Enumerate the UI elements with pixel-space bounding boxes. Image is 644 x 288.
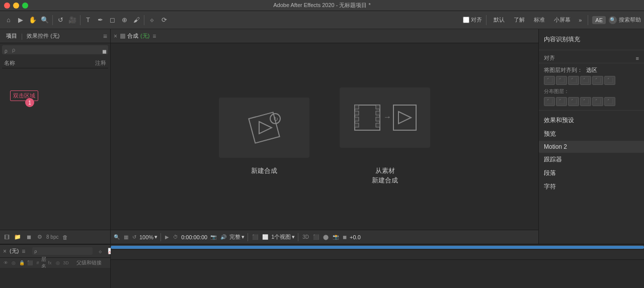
comp-zoom-dropdown[interactable]: 100% ▾ <box>139 234 157 240</box>
comp-region-icon[interactable]: ⬛ <box>251 234 259 240</box>
dist-bottom-btn[interactable]: ⬛ <box>604 97 615 106</box>
zoom-tool[interactable]: 🔍 <box>39 15 50 26</box>
effects-presets-item[interactable]: 效果和预设 <box>539 114 644 127</box>
footage-icon[interactable]: 🎞 <box>2 233 11 242</box>
dist-center-h-btn[interactable]: ⬛ <box>556 97 567 106</box>
timeline-tab-menu[interactable]: ≡ <box>22 248 25 255</box>
comp-snapshot-icon[interactable]: 📸 <box>332 234 340 240</box>
timeline-search-input[interactable] <box>32 247 93 255</box>
align-left-btn[interactable]: ⬛ <box>544 76 555 85</box>
hand-tool[interactable]: ✋ <box>27 15 38 26</box>
maximize-button[interactable] <box>22 3 28 9</box>
tracker-item[interactable]: 跟踪器 <box>539 153 644 166</box>
preview-item[interactable]: 预览 <box>539 127 644 141</box>
timeline-solo-icon[interactable]: ◎ <box>10 259 17 266</box>
toolbar-right: 对齐 默认 了解 标准 小屏幕 » AE 🔍 搜索帮助 <box>463 15 641 25</box>
character-item[interactable]: 字符 <box>539 180 644 194</box>
select-tool[interactable]: ▶ <box>15 15 26 26</box>
comp-tab-close[interactable]: × <box>114 33 117 40</box>
dist-right-btn[interactable]: ⬛ <box>568 97 579 106</box>
timeline-lock-icon[interactable]: 🔒 <box>18 259 25 266</box>
dist-left-btn[interactable]: ⬛ <box>544 97 555 106</box>
timeline-fx-icon[interactable]: fx <box>46 259 53 266</box>
app-title: Adobe After Effects 2020 - 无标题项目 * <box>273 2 371 9</box>
folder-icon[interactable]: 📁 <box>13 233 22 242</box>
settings-icon[interactable]: ⚙ <box>35 233 44 242</box>
timeline-num-icon[interactable]: # <box>34 259 41 266</box>
search-help-icon[interactable]: 🔍 <box>609 16 617 24</box>
composition-icon[interactable]: ◼ <box>24 233 33 242</box>
close-button[interactable] <box>4 3 10 9</box>
roto-tool[interactable]: ⟳ <box>158 15 170 26</box>
new-composition-icon[interactable]: ◼ <box>100 47 108 55</box>
timeline-motion-btn[interactable]: ⟐ <box>96 247 105 256</box>
comp-alpha-icon[interactable]: ⬤ <box>322 234 330 240</box>
comp-views-dropdown[interactable]: 1个视图 ▾ <box>271 233 295 241</box>
rotate-tool[interactable]: ↺ <box>55 15 66 26</box>
timeline-label-icon[interactable]: ⬛ <box>26 259 33 266</box>
workspace-more-btn[interactable]: » <box>577 16 584 24</box>
comp-time-icon[interactable]: ⏱ <box>172 234 179 240</box>
footage-comp-svg: → <box>352 98 418 138</box>
content-fill-title[interactable]: 内容识别填充 <box>539 33 644 47</box>
align-top-btn[interactable]: ⬛ <box>580 76 591 85</box>
project-search-input[interactable] <box>2 45 108 54</box>
shape-tool[interactable]: ◻ <box>107 15 118 26</box>
comp-display-icon[interactable]: ◼ <box>342 234 348 240</box>
comp-play-icon[interactable]: ▶ <box>164 234 170 240</box>
paint-tool[interactable]: 🖌 <box>131 15 142 26</box>
svg-rect-11 <box>376 117 380 121</box>
comp-magnify-icon[interactable]: 🔍 <box>113 234 121 240</box>
clone-tool[interactable]: ⊕ <box>119 15 130 26</box>
paragraph-item[interactable]: 段落 <box>539 166 644 180</box>
left-panel-menu-btn[interactable]: ≡ <box>103 32 107 40</box>
svg-text:↻: ↻ <box>273 116 278 123</box>
timeline-motion-blur-icon[interactable]: ◎ <box>54 259 61 266</box>
text-tool[interactable]: T <box>83 15 94 26</box>
puppet-tool[interactable]: ⟐ <box>146 15 157 26</box>
align-bottom-btn[interactable]: ⬛ <box>604 76 615 85</box>
svg-rect-10 <box>376 111 380 115</box>
motion2-item[interactable]: Motion 2 <box>539 141 644 153</box>
composition-tab-bar: × 合成 (无) ≡ <box>111 29 538 43</box>
timeline-eye-icon[interactable]: 👁 <box>2 259 9 266</box>
workspace-standard-btn[interactable]: 标准 <box>531 15 548 25</box>
new-composition-card[interactable]: ↻ 新建合成 <box>219 98 309 176</box>
comp-reset-icon[interactable]: ↺ <box>131 234 137 240</box>
comp-audio-icon[interactable]: 🔊 <box>219 234 227 240</box>
from-footage-card[interactable]: → 从素材 新建合成 <box>340 87 430 185</box>
camera-tool[interactable]: 🎥 <box>67 15 78 26</box>
dist-top-btn[interactable]: ⬛ <box>580 97 591 106</box>
comp-tab[interactable]: 合成 (无) <box>120 32 149 40</box>
right-panel: 内容识别填充 对齐 ≡ 将图层对齐到： 选区 ⬛ ⬛ ⬛ ⬛ ⬛ ⬛ 分布图层： <box>538 29 644 244</box>
align-center-v-btn[interactable]: ⬛ <box>592 76 603 85</box>
align-right-btn[interactable]: ⬛ <box>568 76 579 85</box>
workspace-learn-btn[interactable]: 了解 <box>511 15 528 25</box>
comp-tab-menu[interactable]: ≡ <box>152 33 156 40</box>
tab-effects[interactable]: 效果控件 (无) <box>24 31 62 41</box>
workspace-default-btn[interactable]: 默认 <box>491 15 508 25</box>
comp-camera-icon[interactable]: 📷 <box>209 234 217 240</box>
comp-3d-icon[interactable]: 3D <box>301 234 310 240</box>
pen-tool[interactable]: ✒ <box>95 15 106 26</box>
timeline-tab-close[interactable]: × <box>3 248 7 255</box>
timeline-3d-icon[interactable]: 3D <box>62 259 69 266</box>
align-header-menu[interactable]: ≡ <box>636 55 639 61</box>
trash-icon[interactable]: 🗑 <box>60 233 69 242</box>
align-checkbox[interactable] <box>463 17 469 23</box>
comp-channel-icon[interactable]: ⬜ <box>261 234 269 240</box>
comp-quality-dropdown[interactable]: 完整 ▾ <box>229 233 245 241</box>
minimize-button[interactable] <box>13 3 19 9</box>
dist-center-v-btn[interactable]: ⬛ <box>592 97 603 106</box>
timeline-scrollbar-thumb[interactable] <box>111 246 644 249</box>
timeline-scrollbar[interactable] <box>111 245 644 250</box>
tab-project[interactable]: 项目 <box>3 31 20 41</box>
comp-grid-icon[interactable]: ▦ <box>123 234 129 240</box>
align-row-1: ⬛ ⬛ ⬛ ⬛ ⬛ ⬛ <box>539 75 644 86</box>
align-center-h-btn[interactable]: ⬛ <box>556 76 567 85</box>
workspace-small-screen-btn[interactable]: 小屏幕 <box>551 15 574 25</box>
comp-render-icon[interactable]: ⬛ <box>312 234 320 240</box>
new-comp-icon-wrap: ↻ <box>219 98 309 158</box>
home-tool[interactable]: ⌂ <box>3 15 14 26</box>
layer-label[interactable]: 双击区域 <box>10 90 38 101</box>
